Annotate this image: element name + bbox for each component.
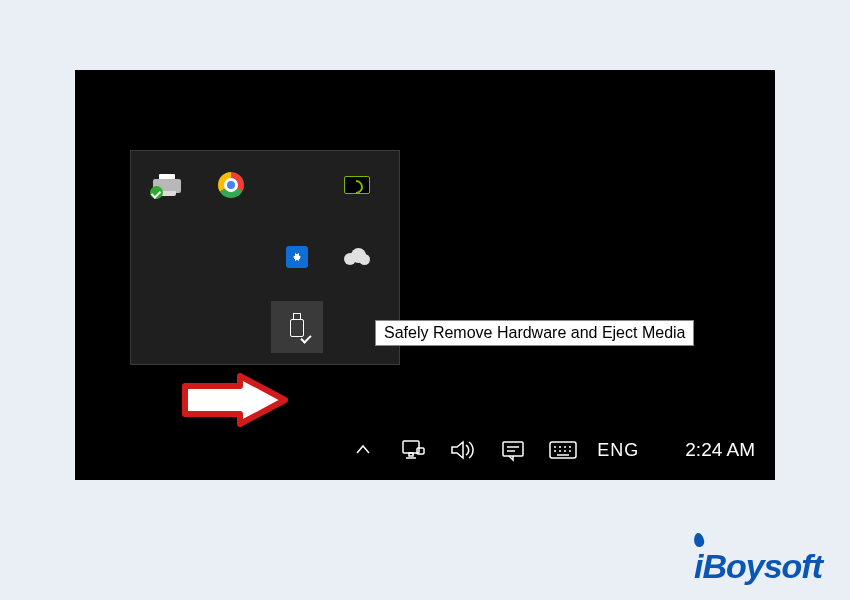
tray-item-printer[interactable] — [141, 159, 193, 211]
tray-overflow-chevron[interactable] — [347, 434, 379, 466]
network-icon — [400, 438, 426, 462]
tray-item-usb-eject[interactable] — [271, 301, 323, 353]
tray-item-cloud[interactable] — [331, 231, 383, 283]
tray-item-nvidia[interactable] — [331, 159, 383, 211]
volume-button[interactable] — [447, 434, 479, 466]
svg-marker-0 — [185, 376, 285, 424]
usb-eject-tooltip: Safely Remove Hardware and Eject Media — [375, 320, 694, 346]
usb-eject-icon — [288, 313, 306, 341]
overflow-chevron-icon — [353, 440, 373, 460]
tray-item-chrome[interactable] — [205, 159, 257, 211]
cloud-sync-icon — [344, 249, 370, 265]
printer-icon — [153, 174, 181, 196]
pointer-arrow-annotation — [180, 373, 290, 431]
network-button[interactable] — [397, 434, 429, 466]
tray-item-teamviewer[interactable] — [271, 231, 323, 283]
watermark-logo: iBoysoft — [694, 547, 822, 586]
touch-keyboard-icon — [548, 439, 578, 461]
nvidia-icon — [344, 176, 370, 194]
taskbar-clock[interactable]: 2:24 AM — [685, 439, 755, 461]
touch-keyboard-button[interactable] — [547, 434, 579, 466]
volume-icon — [449, 438, 477, 462]
teamviewer-icon — [286, 246, 308, 268]
tray-overflow-panel — [130, 150, 400, 365]
screenshot-region: Safely Remove Hardware and Eject Media — [75, 70, 775, 480]
language-indicator[interactable]: ENG — [597, 440, 639, 461]
action-center-button[interactable] — [497, 434, 529, 466]
chrome-icon — [218, 172, 244, 198]
svg-rect-6 — [503, 442, 523, 456]
svg-rect-2 — [409, 453, 413, 456]
action-center-icon — [500, 438, 526, 462]
svg-marker-5 — [452, 442, 463, 458]
